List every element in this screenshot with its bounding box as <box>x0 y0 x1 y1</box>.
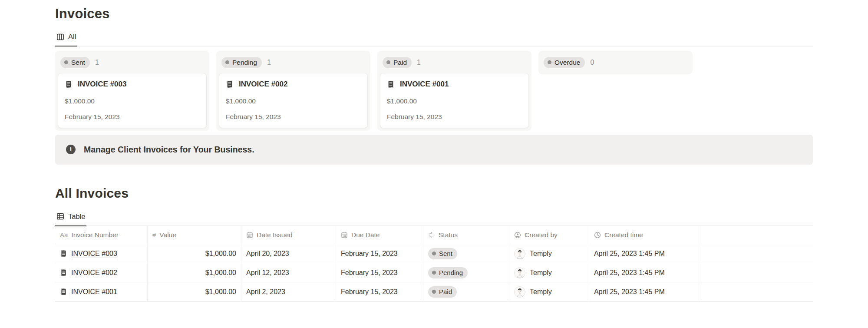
cell-created-by[interactable]: Temply <box>509 263 589 282</box>
column-header-value[interactable]: # Value <box>148 226 241 244</box>
cell-status[interactable]: Pending <box>423 263 509 282</box>
status-badge[interactable]: Paid <box>428 286 457 298</box>
cell-date-issued[interactable]: April 12, 2023 <box>241 263 336 282</box>
board-column-pending: Pending 1 INVOICE #002 $1,000.00 Februar… <box>216 51 370 131</box>
status-badge-label: Sent <box>71 58 85 67</box>
cell-status[interactable]: Sent <box>423 244 509 263</box>
board-column-header[interactable]: Paid 1 <box>380 53 529 73</box>
status-dot-icon <box>386 60 390 64</box>
column-header-due-date[interactable]: Due Date <box>336 226 423 244</box>
card-value: $1,000.00 <box>65 97 200 105</box>
cell-invoice-number[interactable]: INVOICE #002 <box>55 263 148 282</box>
cell-due-date[interactable]: February 15, 2023 <box>336 263 423 282</box>
invoice-page-link[interactable]: INVOICE #002 <box>71 269 117 277</box>
status-badge: Overdue <box>544 57 585 68</box>
board-column-header[interactable]: Overdue 0 <box>541 53 690 72</box>
invoice-page-link[interactable]: INVOICE #003 <box>71 250 117 258</box>
table-row-filler <box>699 244 813 263</box>
status-dot-icon <box>64 60 68 64</box>
invoice-card[interactable]: INVOICE #002 $1,000.00 February 15, 2023 <box>219 73 368 128</box>
cell-due-date[interactable]: February 15, 2023 <box>336 244 423 263</box>
receipt-icon <box>387 80 395 88</box>
tab-table[interactable]: Table <box>55 206 86 226</box>
status-badge: Sent <box>60 57 90 68</box>
card-value: $1,000.00 <box>226 97 361 105</box>
column-count: 1 <box>267 59 271 66</box>
receipt-icon <box>65 80 73 88</box>
invoice-card[interactable]: INVOICE #003 $1,000.00 February 15, 2023 <box>58 73 207 128</box>
table-header-row: Aa Invoice Number # Value Date Issued Du… <box>55 226 813 244</box>
avatar <box>514 286 525 298</box>
cell-created-time[interactable]: April 25, 2023 1:45 PM <box>589 282 699 301</box>
created-by-name: Temply <box>530 288 552 296</box>
board-column-overdue: Overdue 0 <box>538 51 693 74</box>
board-column-sent: Sent 1 INVOICE #003 $1,000.00 February 1… <box>55 51 209 131</box>
column-header-label: Created by <box>525 231 558 239</box>
status-badge: Pending <box>221 57 262 68</box>
table-row: INVOICE #001 $1,000.00 April 2, 2023 Feb… <box>55 282 813 301</box>
status-dot-icon <box>432 252 436 255</box>
receipt-icon <box>60 250 67 257</box>
tab-table-label: Table <box>68 212 85 221</box>
column-header-status[interactable]: Status <box>423 226 509 244</box>
cell-created-time[interactable]: April 25, 2023 1:45 PM <box>589 263 699 282</box>
cell-date-issued[interactable]: April 2, 2023 <box>241 282 336 301</box>
cell-date-issued[interactable]: April 20, 2023 <box>241 244 336 263</box>
invoice-page-link[interactable]: INVOICE #001 <box>71 288 117 296</box>
invoices-page: Invoices All Sent 1 INVOICE #003 $1,000.… <box>0 0 868 328</box>
status-property-icon <box>428 232 435 239</box>
status-badge-label: Pending <box>439 268 463 277</box>
status-badge-label: Paid <box>393 58 407 67</box>
board-view-icon <box>56 33 64 41</box>
column-header-created-time[interactable]: Created time <box>589 226 699 244</box>
card-date: February 15, 2023 <box>65 113 200 121</box>
board-column-header[interactable]: Sent 1 <box>58 53 207 73</box>
status-badge[interactable]: Pending <box>428 267 468 278</box>
created-by-name: Temply <box>530 250 552 258</box>
cell-created-by[interactable]: Temply <box>509 244 589 263</box>
cell-value[interactable]: $1,000.00 <box>148 244 241 263</box>
invoice-card[interactable]: INVOICE #001 $1,000.00 February 15, 2023 <box>380 73 529 128</box>
board-column-header[interactable]: Pending 1 <box>219 53 368 73</box>
invoices-table: Aa Invoice Number # Value Date Issued Du… <box>55 226 813 301</box>
cell-invoice-number[interactable]: INVOICE #001 <box>55 282 148 301</box>
callout-text: Manage Client Invoices for Your Business… <box>84 145 254 155</box>
column-header-label: Date Issued <box>257 231 293 239</box>
cell-value[interactable]: $1,000.00 <box>148 263 241 282</box>
section-title: All Invoices <box>55 186 813 201</box>
table-row-filler <box>699 282 813 301</box>
person-icon <box>514 232 521 239</box>
column-header-created-by[interactable]: Created by <box>509 226 589 244</box>
column-count: 0 <box>590 59 594 66</box>
cell-status[interactable]: Paid <box>423 282 509 301</box>
tab-all[interactable]: All <box>55 27 77 46</box>
text-property-icon: Aa <box>60 231 68 239</box>
receipt-icon <box>60 269 67 276</box>
cell-created-by[interactable]: Temply <box>509 282 589 301</box>
tab-all-label: All <box>68 33 76 41</box>
cell-created-time[interactable]: April 25, 2023 1:45 PM <box>589 244 699 263</box>
cell-due-date[interactable]: February 15, 2023 <box>336 282 423 301</box>
cell-invoice-number[interactable]: INVOICE #003 <box>55 244 148 263</box>
column-header-date-issued[interactable]: Date Issued <box>241 226 336 244</box>
status-badge[interactable]: Sent <box>428 248 457 259</box>
avatar <box>514 267 525 278</box>
table-row: INVOICE #003 $1,000.00 April 20, 2023 Fe… <box>55 244 813 263</box>
table-row-filler <box>699 263 813 282</box>
calendar-icon <box>246 232 253 239</box>
status-dot-icon <box>225 60 229 64</box>
column-header-label: Invoice Number <box>71 231 119 239</box>
column-header-invoice-number[interactable]: Aa Invoice Number <box>55 226 148 244</box>
cell-value[interactable]: $1,000.00 <box>148 282 241 301</box>
invoice-board: Sent 1 INVOICE #003 $1,000.00 February 1… <box>55 51 813 131</box>
column-count: 1 <box>95 59 99 66</box>
column-header-label: Created time <box>604 231 643 239</box>
table-header-filler <box>699 226 813 244</box>
number-property-icon: # <box>152 231 156 239</box>
status-badge-label: Pending <box>232 58 257 67</box>
column-header-label: Due Date <box>351 231 380 239</box>
status-badge-label: Paid <box>439 288 452 296</box>
table-view-icon <box>56 212 64 220</box>
card-title: INVOICE #001 <box>400 80 449 89</box>
column-header-label: Value <box>159 231 176 239</box>
